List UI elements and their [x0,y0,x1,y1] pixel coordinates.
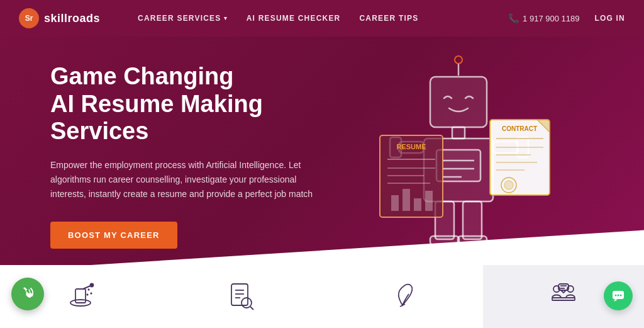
service-writing[interactable] [322,265,483,328]
svg-point-1 [455,56,462,64]
phone-fab-button[interactable] [11,278,44,310]
hero-title: Game ChangingAI Resume MakingServices [50,63,314,145]
svg-rect-25 [414,198,421,211]
svg-point-47 [91,284,94,287]
svg-rect-23 [391,195,399,211]
nav-career-tips[interactable]: CAREER TIPS [359,14,418,23]
svg-text:RESUME: RESUME [396,143,426,150]
svg-rect-3 [452,127,465,139]
svg-rect-39 [75,289,86,303]
nav-ai-resume[interactable]: AI RESUME CHECKER [247,14,341,23]
nav-links: CAREER SERVICES ▾ AI RESUME CHECKER CARE… [138,14,508,23]
services-strip [0,265,644,328]
svg-point-64 [615,295,617,297]
svg-line-53 [250,307,253,310]
svg-point-37 [504,181,513,189]
service-resume-search[interactable] [161,265,322,328]
svg-rect-14 [463,201,482,239]
robot-illustration: RESUME CONTRACT [342,38,581,264]
nav-career-services[interactable]: CAREER SERVICES ▾ [138,14,228,23]
phone-icon: 📞 [508,13,519,23]
svg-marker-63 [614,299,618,302]
login-button[interactable]: LOG IN [594,14,625,23]
svg-rect-48 [231,284,248,305]
logo-icon: Sr [19,8,39,28]
svg-point-65 [618,295,619,297]
brand-name: skillroads [44,12,100,25]
chevron-down-icon: ▾ [224,15,228,21]
svg-text:CONTRACT: CONTRACT [502,125,537,132]
hero-description: Empower the employment process with Arti… [50,158,314,201]
svg-rect-24 [402,189,410,211]
logo[interactable]: Sr skillroads [19,8,100,28]
svg-rect-57 [552,298,575,300]
svg-marker-59 [561,290,566,293]
svg-point-52 [242,298,252,308]
svg-rect-2 [430,77,487,127]
phone-number[interactable]: 📞 1 917 900 1189 [508,13,579,23]
chat-fab-button[interactable] [604,281,633,310]
hero-content: Game ChangingAI Resume MakingServices Em… [50,63,314,249]
svg-point-66 [620,295,622,297]
svg-rect-26 [425,191,433,211]
navbar: Sr skillroads CAREER SERVICES ▾ AI RESUM… [0,0,644,37]
nav-right: 📞 1 917 900 1189 LOG IN [508,13,625,23]
svg-rect-16 [458,236,487,245]
svg-rect-15 [430,236,459,245]
boost-career-button[interactable]: BOOST MY CAREER [50,222,177,249]
